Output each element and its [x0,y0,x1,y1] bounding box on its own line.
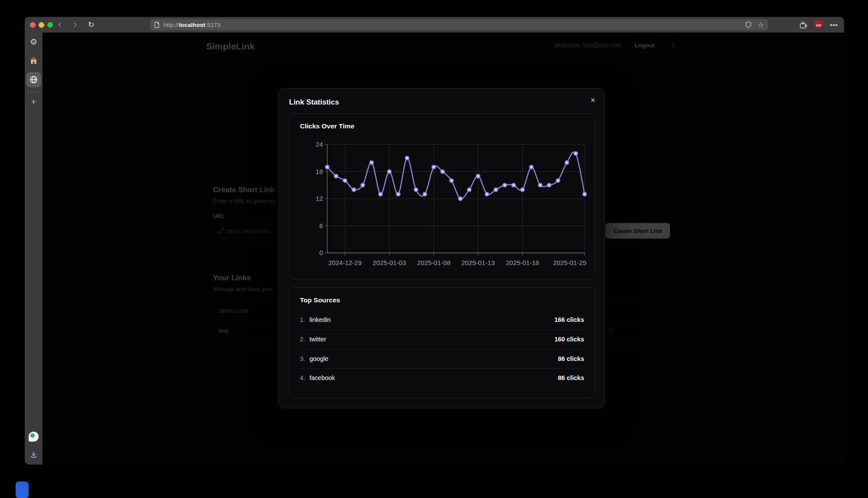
top-sources-card: Top Sources 1. linkedin 166 clicks 2. tw… [289,287,595,398]
svg-text:2025-01-18: 2025-01-18 [506,259,539,266]
url-text: http://localhost:5173 [164,22,220,28]
svg-text:2025-01-13: 2025-01-13 [461,259,495,266]
home-tab-icon[interactable] [25,55,43,66]
ublock-extension-icon[interactable]: UO [814,20,823,29]
source-clicks: 166 clicks [554,316,584,323]
close-window-button[interactable] [30,22,36,28]
svg-text:2025-01-03: 2025-01-03 [373,259,406,266]
sidebar-divider [28,92,39,92]
close-icon: ✕ [590,97,595,104]
modal-title: Link Statistics [289,98,339,107]
source-rank: 3. [300,355,309,362]
source-name: google [309,355,329,362]
source-clicks: 86 clicks [558,355,584,362]
zoom-window-button[interactable] [47,22,53,28]
source-row: 4. facebook 86 clicks [300,368,584,388]
reload-button[interactable]: ↻ [86,20,96,29]
tracking-shield-icon[interactable] [745,21,752,28]
source-name: twitter [309,336,326,343]
page-icon [154,22,160,28]
back-button[interactable] [55,20,65,29]
source-clicks: 86 clicks [558,374,584,381]
new-tab-button[interactable]: + [25,97,43,107]
address-bar[interactable]: http://localhost:5173 ☆ [150,19,768,30]
source-row: 1. linkedin 166 clicks [300,310,584,330]
source-row: 2. twitter 160 clicks [300,330,584,349]
source-name: linkedin [309,316,331,323]
source-rank: 2. [300,336,309,343]
source-name: facebook [309,374,335,381]
house-icon [30,56,38,64]
modal-close-button[interactable]: ✕ [587,95,598,106]
active-tab[interactable] [26,72,41,87]
svg-text:6: 6 [319,222,323,229]
top-sources-list: 1. linkedin 166 clicks 2. twitter 160 cl… [300,310,584,387]
clicks-chart: 061218242024-12-292025-01-032025-01-0820… [296,139,591,269]
top-sources-title: Top Sources [300,296,340,304]
source-clicks: 160 clicks [554,336,584,343]
bookmark-star-icon[interactable]: ☆ [758,21,764,29]
forward-button[interactable] [70,20,80,29]
svg-text:0: 0 [319,249,323,256]
link-statistics-modal: Link Statistics ✕ Clicks Over Time 06121… [278,88,605,408]
svg-text:2025-01-08: 2025-01-08 [417,259,450,266]
page-viewport: SimpleLink Welcome, test@test.com Logout… [43,33,844,465]
svg-text:2024-12-29: 2024-12-29 [329,259,362,266]
source-rank: 4. [300,374,309,381]
browser-logo-icon[interactable] [29,432,39,442]
svg-text:12: 12 [316,195,323,202]
browser-window: ↻ http://localhost:5173 ☆ UO ••• ⚙ [25,17,844,465]
sidebar: ⚙ + [25,33,43,465]
chart-title: Clicks Over Time [300,122,355,130]
svg-text:18: 18 [316,168,323,175]
svg-text:24: 24 [316,141,323,148]
menu-more-icon[interactable]: ••• [830,21,838,29]
extensions-puzzle-icon[interactable] [799,21,807,29]
minimize-window-button[interactable] [39,22,44,28]
svg-text:2025-01-25: 2025-01-25 [553,259,586,266]
desktop-blue-item [16,482,29,498]
globe-icon [30,75,38,84]
clicks-over-time-card: Clicks Over Time 061218242024-12-292025-… [289,113,595,279]
source-rank: 1. [300,316,309,323]
browser-toolbar: ↻ http://localhost:5173 ☆ UO ••• [25,17,844,33]
downloads-icon[interactable] [25,450,43,459]
source-row: 3. google 86 clicks [300,349,584,368]
settings-gear-icon[interactable]: ⚙ [25,37,43,46]
